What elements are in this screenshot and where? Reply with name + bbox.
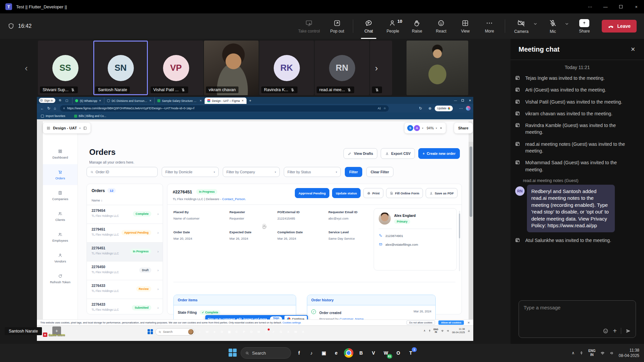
- window-more-button[interactable]: ⋯: [582, 0, 598, 13]
- participant-tile[interactable]: RN read.ai mee...: [315, 41, 369, 95]
- taskbar-app-icon[interactable]: X: [285, 329, 291, 335]
- tray-mic-icon[interactable]: [428, 329, 431, 333]
- layout-icon[interactable]: [83, 126, 87, 130]
- taskbar-app-icon[interactable]: C: [234, 329, 239, 335]
- browser-tab[interactable]: Sample Salary Structure with calc ✕: [154, 98, 205, 104]
- order-id-search[interactable]: [87, 167, 158, 177]
- taskbar-app-icon[interactable]: O: [249, 329, 254, 335]
- favorite-star-icon[interactable]: ☆: [383, 107, 386, 110]
- taskbar-app-icon[interactable]: e: [332, 348, 341, 358]
- mic-button[interactable]: Mic: [542, 19, 564, 34]
- figma-file-menu[interactable]: Design - UAT ▾: [43, 123, 91, 133]
- leave-button[interactable]: Leave: [602, 20, 637, 33]
- taskbar-app-icon[interactable]: G: [278, 329, 284, 335]
- volume-icon[interactable]: [609, 351, 614, 356]
- browser-close[interactable]: ✕: [469, 99, 471, 102]
- close-icon[interactable]: ✕: [467, 321, 470, 324]
- taskbar-app-icon[interactable]: O: [219, 329, 225, 335]
- share-button[interactable]: Share: [574, 19, 595, 34]
- list-column-header[interactable]: Name ↓: [87, 196, 163, 205]
- toolbar-button[interactable]: Take control: [293, 13, 325, 39]
- tab-close-icon[interactable]: ✕: [99, 99, 101, 102]
- taskbar-app-icon[interactable]: f: [294, 348, 304, 358]
- taskbar-app-icon[interactable]: W: [293, 329, 299, 335]
- chat-close-icon[interactable]: ✕: [629, 46, 637, 53]
- participant-tile[interactable]: [370, 41, 392, 95]
- vertical-tabs-icon[interactable]: ▢: [65, 99, 69, 103]
- customer-link[interactable]: Customer_Name: [339, 317, 364, 319]
- contact-email[interactable]: alex@vstatefilings.com: [379, 242, 452, 246]
- sidebar-item[interactable]: Vendors: [43, 247, 77, 268]
- sidebar-item[interactable]: Dashboard: [43, 143, 77, 164]
- clock[interactable]: 11:3808-04-2025: [619, 348, 639, 358]
- contact-phone[interactable]: 2123874901: [379, 234, 452, 238]
- sync-icon[interactable]: ↻: [419, 106, 422, 111]
- taskbar-app-icon[interactable]: ▣: [319, 348, 329, 358]
- view-drafts-button[interactable]: View Drafts: [343, 148, 377, 159]
- order-row[interactable]: 2276433 TL Flex Holdings LLC Submitted ›: [87, 299, 163, 314]
- allow-cookies-button[interactable]: Allow all cookies: [438, 320, 464, 325]
- taskbar-app-icon[interactable]: W 81: [381, 348, 391, 358]
- contact-person-link[interactable]: Contact_Person.: [222, 197, 246, 201]
- collections-icon[interactable]: ⊕: [428, 106, 431, 111]
- shared-search-input[interactable]: [163, 330, 186, 334]
- deny-cookies-button[interactable]: Do not allow cookies: [407, 320, 435, 325]
- restore-button[interactable]: [613, 0, 629, 13]
- order-row[interactable]: 2279454 TL Flex Holdings LLC Complete ›: [87, 205, 163, 224]
- browser-restore[interactable]: [462, 99, 464, 102]
- sidebar-item[interactable]: Companies: [43, 185, 77, 206]
- sidebar-item[interactable]: Clients: [43, 206, 77, 227]
- toolbar-button[interactable]: View: [453, 13, 477, 39]
- order-row[interactable]: 2276450 TL Flex Holdings LLC Draft ›: [87, 261, 163, 280]
- camera-button[interactable]: Camera: [511, 19, 532, 34]
- new-tab-button[interactable]: +: [249, 99, 251, 103]
- order-id-input[interactable]: [96, 170, 154, 174]
- fill-online-form-button[interactable]: Fill Online Form: [386, 188, 423, 198]
- order-row[interactable]: 2279451 TL Flex Holdings LLC Approval Pe…: [87, 224, 163, 243]
- volume-icon[interactable]: [446, 329, 450, 333]
- browser-tab[interactable]: DC Divisions and Surroundings ✕: [104, 98, 154, 104]
- export-csv-button[interactable]: Export CSV: [381, 148, 415, 159]
- workspaces-icon[interactable]: ⧉: [58, 99, 62, 103]
- clear-filter-button[interactable]: Clear Filter: [366, 167, 393, 177]
- taskbar-app-icon[interactable]: P: [241, 329, 247, 335]
- taskbar-app-icon[interactable]: ▣: [226, 329, 232, 335]
- bookmark-import[interactable]: Import favorites: [41, 114, 65, 118]
- read-aloud-icon[interactable]: A⟩: [378, 107, 381, 110]
- taskbar-app-icon[interactable]: W: [204, 329, 210, 335]
- shared-search-box[interactable]: [155, 328, 195, 336]
- spotlight-participant-tile[interactable]: [407, 41, 468, 95]
- zoom-level[interactable]: 94%: [427, 126, 434, 130]
- back-icon[interactable]: ←: [40, 106, 44, 110]
- language-indicator[interactable]: ENGIN: [588, 349, 596, 357]
- toolbar-button[interactable]: More: [477, 13, 501, 39]
- participant-tile[interactable]: RK Ravindra K...: [259, 41, 314, 95]
- taskbar-app-icon[interactable]: ✓: [271, 329, 276, 335]
- minimize-button[interactable]: —: [598, 0, 613, 13]
- toolbar-button[interactable]: Raise: [405, 13, 429, 39]
- taskbar-app-icon[interactable]: M: [256, 329, 262, 335]
- sidebar-item[interactable]: Orders: [43, 164, 77, 185]
- chevron-down-icon[interactable]: ▾: [79, 127, 80, 130]
- taskbar-app-icon[interactable]: ♪: [197, 329, 203, 335]
- update-status-button[interactable]: Update status: [332, 188, 361, 198]
- toolbar-button[interactable]: 10 People: [381, 13, 405, 39]
- emoji-icon[interactable]: [602, 328, 609, 334]
- figma-menu-icon[interactable]: [46, 126, 51, 130]
- figma-share-button[interactable]: Share: [454, 123, 473, 133]
- panel-scrollbar[interactable]: [459, 211, 460, 271]
- wifi-icon[interactable]: [600, 351, 605, 356]
- save-as-pdf-button[interactable]: Save as PDF: [426, 188, 458, 198]
- browser-minimize[interactable]: —: [454, 99, 457, 102]
- approval-pending-button[interactable]: Approval Pending: [295, 188, 329, 198]
- send-icon[interactable]: [625, 328, 632, 334]
- browser-tab[interactable]: Design - UAT – Figma ✕: [205, 98, 247, 104]
- participant-tile[interactable]: VP Vishal Patil ...: [149, 41, 203, 95]
- filter-company-dropdown[interactable]: Filter by Company▾: [223, 167, 280, 177]
- canvas-scrollbar[interactable]: [469, 142, 473, 341]
- address-bar[interactable]: https://www.figma.com/design/9BKQ0FOHRWa…: [60, 105, 389, 112]
- tray-expand-icon[interactable]: ∧: [424, 329, 426, 332]
- clock[interactable]: 11:3808-04-2025: [452, 327, 465, 334]
- bookmark-bills[interactable]: Bills | Billing and Co...: [74, 114, 106, 118]
- print-button[interactable]: Print: [363, 188, 383, 198]
